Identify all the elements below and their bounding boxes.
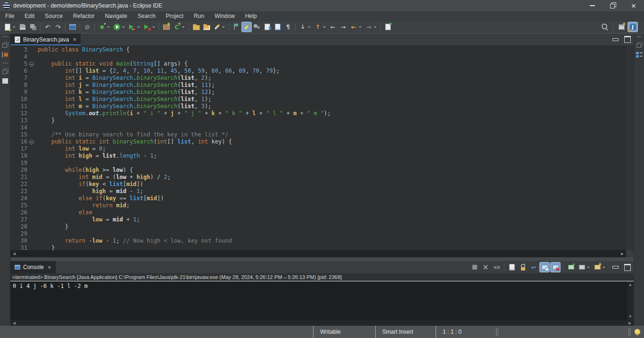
new-java-class-button[interactable]: [172, 22, 187, 32]
restore-view-button[interactable]: [636, 42, 643, 48]
close-icon[interactable]: ×: [73, 36, 76, 42]
console-v-scrollbar[interactable]: ▲ ▼: [627, 281, 634, 320]
editor-minimize-button[interactable]: [609, 34, 621, 45]
window-close-button[interactable]: [623, 0, 644, 11]
scroll-down-icon[interactable]: ▼: [629, 313, 631, 320]
chevron-down-icon[interactable]: [122, 26, 125, 28]
console-maximize-button[interactable]: [621, 261, 634, 273]
next-member-button[interactable]: [338, 22, 348, 32]
window-minimize-button[interactable]: [582, 0, 603, 11]
remove-all-terminated-button[interactable]: [491, 262, 502, 272]
chevron-down-icon[interactable]: [222, 26, 225, 28]
open-launch-config-button[interactable]: [566, 262, 576, 272]
save-button[interactable]: [17, 22, 28, 32]
search-menu-button[interactable]: [212, 22, 227, 32]
expand-all-button[interactable]: [313, 22, 328, 32]
redo-button[interactable]: [53, 22, 63, 32]
back-history-button[interactable]: [348, 22, 363, 32]
menu-navigate[interactable]: Navigate: [99, 11, 132, 20]
save-all-button[interactable]: [28, 22, 38, 32]
window-restore-button[interactable]: [603, 0, 623, 11]
chevron-down-icon[interactable]: [152, 26, 155, 28]
chevron-down-icon[interactable]: [13, 26, 16, 28]
console-h-scrollbar[interactable]: ◀ ▶: [10, 320, 634, 326]
scroll-lock-button[interactable]: [518, 262, 528, 272]
show-whitespace-button[interactable]: [283, 22, 293, 32]
clear-console-button[interactable]: [507, 262, 517, 272]
fold-marker-icon[interactable]: [29, 62, 34, 67]
scroll-up-icon[interactable]: ▲: [629, 281, 631, 288]
mark-occurrences-toggle[interactable]: [241, 22, 252, 32]
undo-button[interactable]: [42, 22, 53, 32]
debug-button[interactable]: [97, 22, 112, 32]
chevron-down-icon[interactable]: [603, 267, 605, 268]
console-output-area[interactable]: 0 i 4 j -6 k -1 l -2 m ▲ ▼: [10, 281, 634, 320]
chevron-down-icon[interactable]: [587, 267, 590, 268]
menu-file[interactable]: File: [0, 11, 19, 20]
restore-view-button[interactable]: [2, 68, 8, 74]
previous-member-button[interactable]: [328, 22, 338, 32]
new-java-project-button[interactable]: [161, 22, 172, 32]
java-perspective-button[interactable]: [627, 22, 638, 32]
display-selected-console-button[interactable]: [577, 262, 592, 272]
open-console-button[interactable]: [592, 262, 607, 272]
terminate-button[interactable]: [470, 262, 480, 272]
show-stderr-toggle[interactable]: [550, 262, 561, 272]
console-view-icon[interactable]: [2, 78, 8, 84]
build-automatically-button[interactable]: [252, 22, 262, 32]
last-edit-location-button[interactable]: [383, 22, 393, 32]
fold-marker-icon[interactable]: [29, 140, 34, 144]
scroll-left-icon[interactable]: ◀: [10, 321, 18, 325]
quick-search-button[interactable]: [600, 22, 610, 32]
menu-project[interactable]: Project: [161, 11, 189, 20]
open-terminal-button[interactable]: [67, 22, 78, 32]
chevron-down-icon[interactable]: [137, 26, 140, 28]
close-icon[interactable]: ×: [48, 264, 51, 270]
package-explorer-icon[interactable]: [2, 52, 8, 58]
chevron-down-icon[interactable]: [308, 26, 311, 28]
open-perspective-button[interactable]: [616, 22, 627, 32]
overview-ruler[interactable]: [627, 45, 634, 250]
editor-maximize-button[interactable]: [621, 34, 634, 45]
open-task-button[interactable]: [191, 22, 201, 32]
console-minimize-button[interactable]: [609, 261, 621, 273]
menu-search[interactable]: Search: [132, 11, 161, 20]
menu-source[interactable]: Source: [40, 11, 68, 20]
scroll-right-icon[interactable]: ▶: [626, 321, 634, 325]
restore-view-button[interactable]: [2, 42, 8, 48]
run-button[interactable]: [112, 22, 127, 32]
code-editor[interactable]: 3public class BinarySearch {45 public st…: [10, 45, 634, 250]
drag-grip: [2, 35, 8, 38]
chevron-down-icon[interactable]: [359, 26, 362, 28]
editor-console-sash[interactable]: [10, 257, 634, 261]
show-stdout-toggle[interactable]: [539, 262, 550, 272]
menu-refactor[interactable]: Refactor: [68, 11, 99, 20]
open-resource-button[interactable]: [201, 22, 212, 32]
skip-all-breakpoints-button[interactable]: [82, 22, 92, 32]
outline-view-icon[interactable]: [636, 52, 643, 58]
scroll-left-icon[interactable]: ◀: [10, 252, 18, 256]
tab-console[interactable]: Console ×: [10, 261, 56, 273]
menu-edit[interactable]: Edit: [19, 11, 40, 20]
coverage-button[interactable]: [127, 22, 142, 32]
chevron-down-icon[interactable]: [182, 26, 185, 28]
chevron-down-icon[interactable]: [323, 26, 326, 28]
chevron-down-icon[interactable]: [107, 26, 110, 28]
profile-button[interactable]: [142, 22, 157, 32]
menu-run[interactable]: Run: [189, 11, 209, 20]
scroll-right-icon[interactable]: ▶: [619, 252, 626, 256]
toggle-breadcrumb-button[interactable]: [231, 22, 241, 32]
forward-history-button[interactable]: [363, 22, 379, 32]
collapse-all-button[interactable]: [297, 22, 313, 32]
word-wrap-button[interactable]: [528, 262, 539, 272]
new-wizard-button[interactable]: [2, 22, 17, 32]
menu-window[interactable]: Window: [209, 11, 240, 20]
editor-h-scrollbar[interactable]: ◀ ▶: [10, 250, 634, 257]
remove-launch-button[interactable]: [480, 262, 491, 272]
tab-binarysearch-java[interactable]: J BinarySearch.java ×: [10, 34, 81, 45]
menu-help[interactable]: Help: [240, 11, 262, 20]
next-annotation-button[interactable]: [262, 22, 272, 32]
notification-bulb-icon[interactable]: [635, 329, 640, 335]
previous-annotation-button[interactable]: [272, 22, 283, 32]
chevron-down-icon[interactable]: [374, 26, 377, 28]
